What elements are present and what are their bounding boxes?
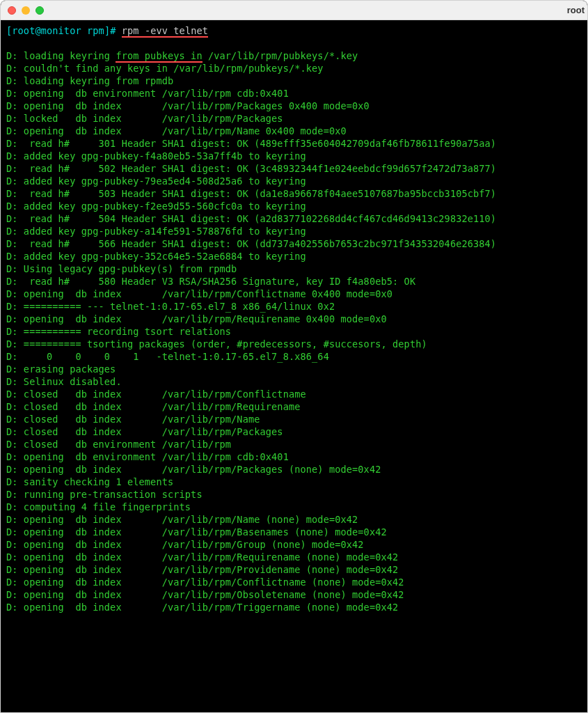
terminal-body[interactable]: [root@monitor rpm]# rpm -evv telnet D: l… [1,20,587,618]
prompt-cwd: rpm [87,25,104,36]
command-input: rpm -evv telnet [122,25,208,38]
window-title: root [567,1,587,20]
close-icon[interactable] [8,6,16,15]
prompt-close-bracket: ] [104,25,110,36]
minimize-icon[interactable] [22,6,30,15]
prompt-line: [root@monitor rpm]# rpm -evv telnet [6,24,582,37]
maximize-icon[interactable] [35,6,44,15]
terminal-output: D: loading keyring from pubkeys in /var/… [6,50,496,613]
prompt-symbol: # [110,25,116,36]
prompt-user-host: root@monitor [12,25,81,36]
annotated-text: from pubkeys in [116,50,202,63]
window-titlebar[interactable]: root [1,1,587,20]
terminal-window: root [root@monitor rpm]# rpm -evv telnet… [0,0,588,713]
traffic-lights [8,6,44,15]
